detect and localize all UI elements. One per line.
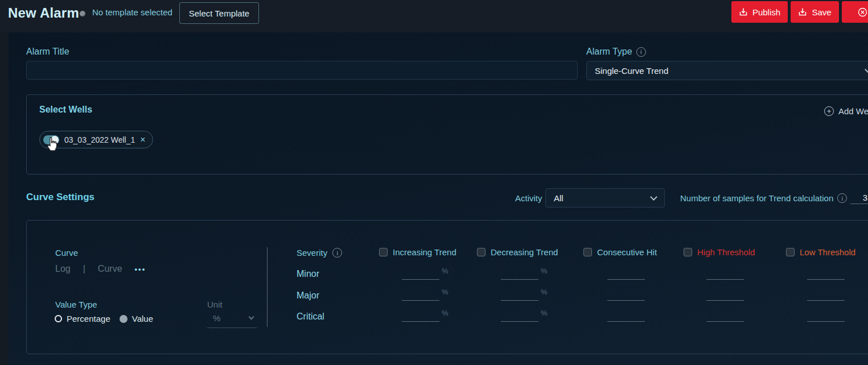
input-major-consecutive[interactable] [607,288,645,301]
consecutive-hit-label: Consecutive Hit [597,247,657,257]
alarm-title-input[interactable] [26,61,578,80]
percent-suffix: % [442,267,449,275]
log-select[interactable]: Log [55,264,71,274]
input-critical-increasing[interactable] [402,309,439,322]
severity-row-major: Major [297,291,319,301]
unit-select[interactable]: % [207,313,257,328]
curve-select[interactable]: Curve [98,264,122,274]
severity-header: Severity i [297,248,342,258]
alarm-type-label-text: Alarm Type [586,47,632,57]
high-threshold-label: High Threshold [697,247,755,257]
template-status-text: No template selected [92,7,172,17]
main-content: Alarm Title Alarm Type i Single-Curve Tr… [9,32,868,365]
input-minor-increasing[interactable] [402,267,439,280]
low-threshold-checkbox[interactable] [786,248,795,256]
log-curve-selector: Log | Curve ••• [55,264,146,274]
activity-value: All [554,193,563,203]
input-major-increasing[interactable] [402,288,439,301]
well-chip-label: 03_03_2022 Well_1 [64,135,135,144]
value-type-label: Value Type [55,300,97,309]
percent-suffix: % [541,267,548,275]
decreasing-trend-checkbox[interactable] [477,248,486,256]
alarm-type-select[interactable]: Single-Curve Trend [586,61,868,80]
dot-icon [80,11,85,16]
input-critical-high-threshold[interactable] [706,309,744,322]
input-critical-low-threshold[interactable] [807,309,845,322]
low-threshold-label: Low Threshold [800,247,855,257]
radio-percentage-label: Percentage [67,314,110,323]
alarm-type-label: Alarm Type i [586,47,646,57]
input-minor-decreasing[interactable] [501,267,538,280]
increasing-trend-label: Increasing Trend [393,247,456,257]
curve-column-label: Curve [55,248,78,258]
cancel-button[interactable]: C [842,1,868,23]
info-icon[interactable]: i [837,193,847,203]
add-well-label: Add Well [838,106,868,116]
circle-x-icon [858,7,867,17]
toggle-knob [51,136,59,144]
increasing-trend-checkbox[interactable] [379,248,388,256]
publish-button[interactable]: Publish [731,1,788,23]
decreasing-trend-label: Decreasing Trend [491,247,558,257]
well-toggle[interactable] [43,135,59,144]
curve-settings-heading: Curve Settings [26,192,94,203]
top-bar: New Alarm No template selected Select Te… [0,0,868,32]
save-download-icon [798,7,807,16]
activity-select[interactable]: All [545,188,665,208]
unit-value: % [213,313,220,323]
decreasing-trend-header: Decreasing Trend [477,247,558,257]
chevron-down-icon [650,193,657,201]
chevron-down-icon [865,66,868,73]
well-chip[interactable]: 03_03_2022 Well_1 × [39,131,153,148]
select-wells-panel: Select Wells 03_03_2022 Well_1 × + Add W… [26,94,868,175]
severity-header-label: Severity [297,248,327,258]
curve-table-panel: Curve Log | Curve ••• Value Type Percent… [26,220,868,354]
info-icon[interactable]: i [636,47,646,57]
log-curve-separator: | [83,264,85,274]
column-divider [267,247,268,327]
alarm-title-label: Alarm Title [26,47,69,57]
circled-plus-icon: + [824,106,834,116]
info-icon[interactable]: i [332,248,342,258]
select-wells-heading: Select Wells [39,105,92,115]
input-critical-consecutive[interactable] [607,309,645,322]
high-threshold-checkbox[interactable] [684,248,692,256]
samples-label: Number of samples for Trend calculation … [680,193,847,203]
save-button-label: Save [812,7,831,17]
save-button[interactable]: Save [791,1,839,23]
samples-label-text: Number of samples for Trend calculation [680,193,833,203]
page-title: New Alarm [8,5,79,21]
percent-suffix: % [541,309,548,317]
consecutive-hit-checkbox[interactable] [583,248,592,256]
alarm-type-value: Single-Curve Trend [595,66,668,76]
activity-label: Activity [515,193,542,203]
input-minor-high-threshold[interactable] [706,267,744,280]
high-threshold-header: High Threshold [684,247,755,257]
radio-value-label: Value [132,314,153,323]
chevron-down-icon [249,314,254,320]
x-icon[interactable]: × [140,135,145,144]
input-major-high-threshold[interactable] [706,288,744,301]
ellipsis-icon[interactable]: ••• [135,265,146,273]
add-well-button[interactable]: + Add Well [824,106,868,116]
radio-unselected-icon [120,315,127,323]
input-minor-low-threshold[interactable] [807,267,845,280]
select-template-button[interactable]: Select Template [179,2,259,24]
increasing-trend-header: Increasing Trend [379,247,456,257]
input-major-decreasing[interactable] [501,288,538,301]
low-threshold-header: Low Threshold [786,247,855,257]
samples-input[interactable] [850,192,868,204]
input-major-low-threshold[interactable] [807,288,845,301]
percent-suffix: % [442,309,449,317]
value-type-radios: Percentage Value [55,314,153,323]
radio-value[interactable]: Value [120,314,153,323]
severity-row-minor: Minor [297,269,319,279]
unit-label: Unit [207,300,223,309]
input-critical-decreasing[interactable] [501,309,538,322]
radio-percentage[interactable]: Percentage [55,314,110,323]
percent-suffix: % [541,288,548,296]
input-minor-consecutive[interactable] [607,267,645,280]
left-edge-strip [0,32,9,365]
save-download-icon [739,7,748,16]
severity-row-critical: Critical [297,312,324,322]
